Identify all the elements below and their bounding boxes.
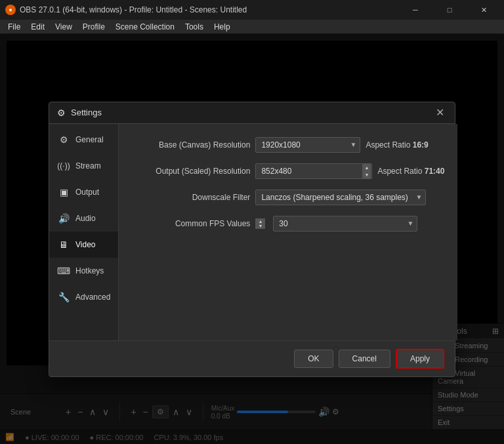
sidebar-item-stream[interactable]: ((·)) Stream (49, 153, 118, 179)
obs-main: Scene + − ∧ ∨ + − ⚙ ∧ ∨ Mic/Aux 0.0 dB (0, 34, 504, 444)
output-resolution-down[interactable]: ▼ (362, 171, 371, 178)
app-icon: ● (5, 5, 16, 15)
dialog-body: ⚙ General ((·)) Stream ▣ Output 🔊 Audio (49, 124, 455, 340)
fps-select-wrapper: 306024254850120▼ (273, 216, 417, 232)
window-close-button[interactable]: ✕ (469, 3, 499, 16)
base-resolution-label: Base (Canvas) Resolution (132, 140, 250, 150)
dialog-footer: OK Cancel Apply (49, 340, 455, 376)
menu-item-help[interactable]: Help (209, 20, 236, 33)
sidebar-label-stream: Stream (75, 161, 101, 171)
fps-up-button[interactable]: ▲ (256, 219, 264, 224)
fps-down-button[interactable]: ▼ (256, 224, 264, 228)
base-resolution-select[interactable]: 1920x1080 (255, 137, 360, 153)
base-resolution-select-wrapper: 1920x1080 ▼ (255, 137, 360, 153)
minimize-button[interactable]: ─ (400, 3, 430, 16)
fps-stepper-wrapper: ▲▼ (255, 218, 265, 229)
fps-input-group: ▲▼306024254850120▼ (255, 216, 444, 232)
downscale-filter-input-group: Lanczos (Sharpened scaling, 36 samples) … (255, 190, 444, 205)
sidebar-item-advanced[interactable]: 🔧 Advanced (49, 284, 118, 310)
dialog-close-button[interactable]: ✕ (433, 108, 447, 118)
output-resolution-spinner: ▲ ▼ (255, 163, 372, 179)
sidebar-label-hotkeys: Hotkeys (75, 266, 104, 275)
stream-icon: ((·)) (57, 159, 70, 172)
output-resolution-input[interactable] (255, 163, 372, 179)
sidebar-label-advanced: Advanced (75, 293, 110, 302)
window-controls: ─ □ ✕ (400, 3, 499, 16)
sidebar-label-output: Output (75, 188, 99, 197)
maximize-button[interactable]: □ (434, 3, 465, 16)
output-resolution-input-group: ▲ ▼ Aspect Ratio 71:40 (255, 163, 444, 179)
menu-bar: File Edit View Profile Scene Collection … (0, 20, 504, 34)
sidebar-item-hotkeys[interactable]: ⌨ Hotkeys (49, 258, 118, 284)
settings-dialog-overlay: ⚙ Settings ✕ ⚙ General ((·)) Stream (0, 34, 504, 444)
title-bar: ● OBS 27.0.1 (64-bit, windows) - Profile… (0, 0, 504, 20)
ok-button[interactable]: OK (294, 350, 333, 368)
menu-item-scene-collection[interactable]: Scene Collection (110, 20, 180, 33)
fps-label: Common FPS Values (132, 219, 250, 228)
output-resolution-up[interactable]: ▲ (362, 164, 371, 171)
base-resolution-row: Base (Canvas) Resolution 1920x1080 ▼ Asp… (132, 137, 444, 153)
menu-item-edit[interactable]: Edit (26, 20, 50, 33)
menu-item-file[interactable]: File (3, 20, 26, 33)
cancel-button[interactable]: Cancel (339, 350, 390, 368)
hotkeys-icon: ⌨ (57, 264, 70, 277)
output-aspect-label: Aspect Ratio 71:40 (377, 167, 444, 176)
base-resolution-input-group: 1920x1080 ▼ Aspect Ratio 16:9 (255, 137, 444, 153)
sidebar-item-general[interactable]: ⚙ General (49, 127, 118, 153)
sidebar-label-video: Video (75, 240, 95, 249)
dialog-title-bar: ⚙ Settings ✕ (49, 102, 455, 124)
fps-row: Common FPS Values ▲▼306024254850120▼ (132, 216, 444, 232)
settings-dialog: ⚙ Settings ✕ ⚙ General ((·)) Stream (49, 102, 455, 377)
output-resolution-spinner-btns: ▲ ▼ (362, 164, 371, 178)
downscale-filter-label: Downscale Filter (132, 193, 250, 202)
downscale-filter-select[interactable]: Lanczos (Sharpened scaling, 36 samples) (255, 190, 426, 205)
menu-item-tools[interactable]: Tools (180, 20, 209, 33)
audio-icon: 🔊 (57, 212, 70, 225)
dialog-title: ⚙ Settings (57, 108, 102, 118)
gear-icon: ⚙ (57, 133, 70, 146)
output-icon: ▣ (57, 186, 70, 199)
dialog-title-icon: ⚙ (57, 108, 66, 118)
menu-item-profile[interactable]: Profile (77, 20, 110, 33)
base-aspect-label: Aspect Ratio 16:9 (366, 140, 428, 150)
apply-button[interactable]: Apply (396, 349, 444, 369)
sidebar-item-video[interactable]: 🖥 Video (49, 232, 118, 258)
output-resolution-row: Output (Scaled) Resolution ▲ ▼ Aspect Ra… (132, 163, 444, 179)
sidebar-item-output[interactable]: ▣ Output (49, 179, 118, 205)
advanced-icon: 🔧 (57, 291, 70, 304)
downscale-filter-row: Downscale Filter Lanczos (Sharpened scal… (132, 190, 444, 205)
fps-select[interactable]: 306024254850120 (273, 216, 417, 232)
settings-content: Base (Canvas) Resolution 1920x1080 ▼ Asp… (119, 124, 457, 340)
sidebar-label-general: General (75, 135, 104, 144)
sidebar-label-audio: Audio (75, 214, 96, 223)
window-title: OBS 27.0.1 (64-bit, windows) - Profile: … (20, 5, 400, 14)
output-resolution-label: Output (Scaled) Resolution (132, 167, 250, 176)
settings-sidebar: ⚙ General ((·)) Stream ▣ Output 🔊 Audio (49, 124, 119, 340)
dialog-title-text: Settings (71, 108, 102, 117)
video-icon: 🖥 (57, 238, 70, 251)
downscale-filter-select-wrapper: Lanczos (Sharpened scaling, 36 samples) … (255, 190, 426, 205)
menu-item-view[interactable]: View (50, 20, 77, 33)
sidebar-item-audio[interactable]: 🔊 Audio (49, 205, 118, 232)
